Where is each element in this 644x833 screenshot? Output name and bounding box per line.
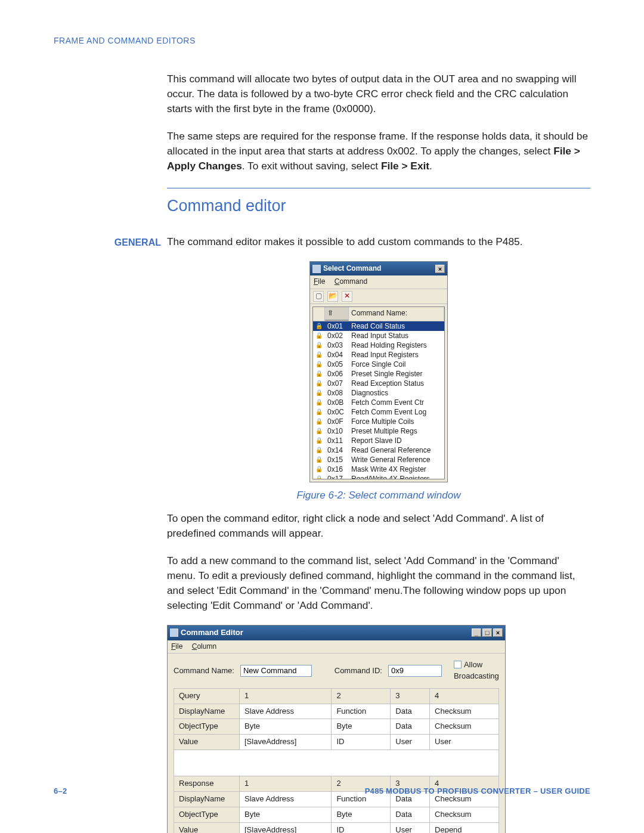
command-name-input[interactable] (240, 665, 312, 677)
cell[interactable]: Depend (430, 822, 499, 833)
close-button[interactable]: × (493, 628, 503, 637)
close-button[interactable]: × (435, 265, 445, 273)
cell[interactable]: Data (391, 704, 430, 719)
cell[interactable]: User (391, 822, 430, 833)
lock-icon: 🔒 (313, 360, 325, 369)
paragraph: To open the command editor, right click … (167, 511, 590, 541)
cmd-code: 0x03 (325, 340, 349, 350)
list-item[interactable]: 🔒0x10Preset Multiple Regs (313, 426, 444, 436)
command-id-input[interactable] (388, 665, 442, 677)
delete-icon[interactable]: ✕ (342, 291, 352, 302)
page-number: 6–2 (54, 786, 67, 797)
titlebar[interactable]: Command Editor _ □ × (168, 625, 505, 640)
cell[interactable]: Data (391, 807, 430, 822)
lock-icon: 🔒 (313, 465, 325, 474)
menu-file[interactable]: File (171, 642, 182, 651)
cmd-name: Read Holding Registers (349, 340, 444, 350)
list-item[interactable]: 🔒0x01Read Coil Status (313, 321, 444, 331)
list-item[interactable]: 🔒0x05Force Single Coil (313, 360, 444, 369)
minimize-button[interactable]: _ (472, 628, 481, 637)
list-item[interactable]: 🔒0x07Read Exception Status (313, 379, 444, 388)
menu-command[interactable]: Command (335, 277, 367, 286)
cmd-name: Preset Single Register (349, 369, 444, 379)
cmd-name: Read Exception Status (349, 379, 444, 388)
cmd-name: Read Input Registers (349, 350, 444, 360)
cmd-code: 0x0B (325, 398, 349, 407)
cell[interactable]: Byte (240, 719, 332, 735)
cell[interactable]: Byte (332, 807, 391, 822)
cell[interactable]: ID (332, 735, 391, 750)
col-header[interactable]: 2 (332, 688, 391, 704)
new-icon[interactable]: ▢ (313, 291, 324, 302)
list-item[interactable]: 🔒0x08Diagnostics (313, 388, 444, 398)
list-item[interactable]: 🔒0x16Mask Write 4X Register (313, 465, 444, 474)
text-bold: File > Exit (381, 160, 429, 172)
col-header[interactable]: 3 (391, 688, 430, 704)
col-header[interactable]: 4 (430, 688, 499, 704)
open-icon[interactable]: 📂 (327, 291, 338, 302)
col-code[interactable]: ⥣ (325, 307, 349, 321)
cmd-code: 0x07 (325, 379, 349, 388)
cmd-name: Mask Write 4X Register (349, 465, 444, 474)
figure-caption: Figure 6-2: Select command window (167, 488, 590, 503)
cmd-name: Read Coil Status (349, 321, 444, 331)
toolbar: ▢ 📂 ✕ (310, 289, 447, 304)
cell[interactable]: ID (332, 822, 391, 833)
cell[interactable]: Data (391, 719, 430, 735)
cell[interactable]: Function (332, 704, 391, 719)
col-header[interactable]: 1 (240, 688, 332, 704)
cell[interactable]: Byte (332, 719, 391, 735)
list-item[interactable]: 🔒0x14Read General Reference (313, 445, 444, 455)
list-item[interactable]: 🔒0x0CFetch Comm Event Log (313, 407, 444, 417)
menubar[interactable]: File Column (168, 640, 505, 654)
cmd-code: 0x04 (325, 350, 349, 360)
cmd-code: 0x17 (325, 474, 349, 479)
text: . To exit without saving, select (242, 160, 381, 172)
lock-icon: 🔒 (313, 398, 325, 407)
list-item[interactable]: 🔒0x04Read Input Registers (313, 350, 444, 360)
list-item[interactable]: 🔒0x11Report Slave ID (313, 436, 444, 445)
list-item[interactable]: 🔒0x17Read/Write 4X Registers (313, 474, 444, 479)
label-command-id: Command ID: (335, 665, 382, 677)
lock-icon: 🔒 (313, 436, 325, 445)
list-item[interactable]: 🔒0x06Preset Single Register (313, 369, 444, 379)
cmd-code: 0x0C (325, 407, 349, 417)
list-item[interactable]: 🔒0x03Read Holding Registers (313, 340, 444, 350)
list-item[interactable]: 🔒0x0FForce Multiple Coils (313, 417, 444, 426)
row-label: Query (174, 688, 240, 704)
cell[interactable]: Byte (240, 807, 332, 822)
cell[interactable]: [SlaveAddress] (240, 735, 332, 750)
cell[interactable]: User (430, 735, 499, 750)
cell[interactable]: Checksum (430, 719, 499, 735)
lock-icon: 🔒 (313, 445, 325, 455)
spacer (174, 750, 499, 776)
cell[interactable]: Checksum (430, 807, 499, 822)
lock-icon: 🔒 (313, 388, 325, 398)
cell[interactable]: User (391, 735, 430, 750)
command-list[interactable]: ⥣ Command Name: 🔒0x01Read Coil Status🔒0x… (312, 306, 445, 479)
menubar[interactable]: File Command (310, 275, 447, 289)
cell[interactable]: Slave Address (240, 704, 332, 719)
query-table[interactable]: Query 1 2 3 4 DisplayNameSlave AddressFu… (174, 688, 499, 833)
lock-icon: 🔒 (313, 426, 325, 436)
paragraph: The command editor makes it possible to … (167, 234, 590, 249)
list-item[interactable]: 🔒0x0BFetch Comm Event Ctr (313, 398, 444, 407)
label-command-name: Command Name: (174, 665, 234, 677)
col-name[interactable]: Command Name: (349, 307, 444, 321)
text: The same steps are required for the resp… (167, 130, 588, 157)
cmd-code: 0x06 (325, 369, 349, 379)
maximize-button[interactable]: □ (482, 628, 492, 637)
menu-column[interactable]: Column (192, 642, 216, 651)
cell[interactable]: [SlaveAddress] (240, 822, 332, 833)
page-footer: 6–2 P485 MODBUS TO PROFIBUS CONVERTER – … (54, 786, 590, 797)
cmd-name: Read Input Status (349, 331, 444, 340)
cmd-code: 0x02 (325, 331, 349, 340)
lock-icon: 🔒 (313, 369, 325, 379)
cmd-code: 0x0F (325, 417, 349, 426)
list-item[interactable]: 🔒0x02Read Input Status (313, 331, 444, 340)
list-item[interactable]: 🔒0x15Write General Reference (313, 455, 444, 465)
menu-file[interactable]: File (314, 277, 325, 286)
cell[interactable]: Checksum (430, 704, 499, 719)
allow-broadcast-checkbox[interactable]: Allow Broadcasting (454, 659, 499, 682)
titlebar[interactable]: Select Command × (310, 262, 447, 275)
